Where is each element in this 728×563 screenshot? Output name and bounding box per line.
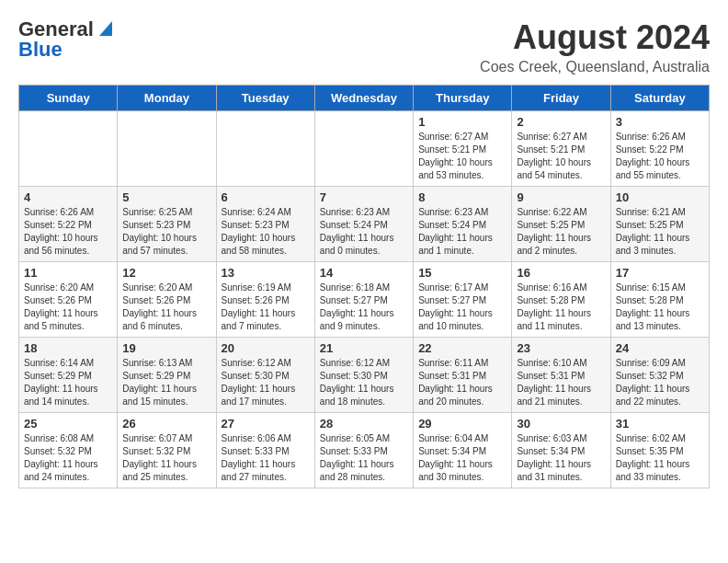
- day-info: Sunrise: 6:12 AM Sunset: 5:30 PM Dayligh…: [320, 357, 408, 408]
- day-number: 27: [222, 417, 310, 431]
- calendar-cell: 19Sunrise: 6:13 AM Sunset: 5:29 PM Dayli…: [118, 338, 216, 413]
- day-number: 23: [517, 341, 605, 355]
- calendar-cell: [19, 111, 118, 187]
- day-number: 22: [418, 341, 506, 355]
- day-info: Sunrise: 6:02 AM Sunset: 5:35 PM Dayligh…: [616, 432, 704, 484]
- day-number: 14: [320, 266, 408, 280]
- day-number: 5: [122, 190, 210, 204]
- calendar-cell: 2Sunrise: 6:27 AM Sunset: 5:21 PM Daylig…: [512, 111, 610, 187]
- title-block: August 2024 Coes Creek, Queensland, Aust…: [480, 18, 710, 75]
- day-info: Sunrise: 6:13 AM Sunset: 5:29 PM Dayligh…: [122, 357, 210, 408]
- day-number: 25: [24, 417, 112, 431]
- calendar-cell: 22Sunrise: 6:11 AM Sunset: 5:31 PM Dayli…: [414, 338, 512, 413]
- day-number: 11: [24, 266, 112, 280]
- weekday-header-monday: Monday: [118, 86, 216, 111]
- calendar-cell: 18Sunrise: 6:14 AM Sunset: 5:29 PM Dayli…: [19, 338, 118, 413]
- location-title: Coes Creek, Queensland, Australia: [480, 59, 710, 75]
- day-info: Sunrise: 6:04 AM Sunset: 5:34 PM Dayligh…: [418, 432, 506, 484]
- day-info: Sunrise: 6:22 AM Sunset: 5:25 PM Dayligh…: [517, 206, 605, 258]
- weekday-header-saturday: Saturday: [610, 86, 709, 111]
- day-number: 30: [517, 417, 605, 431]
- day-info: Sunrise: 6:08 AM Sunset: 5:32 PM Dayligh…: [24, 432, 112, 484]
- logo-arrow-icon: [96, 17, 116, 38]
- day-number: 17: [616, 266, 704, 280]
- day-number: 4: [24, 190, 112, 204]
- day-number: 19: [122, 341, 210, 355]
- day-number: 29: [418, 417, 506, 431]
- weekday-header-row: SundayMondayTuesdayWednesdayThursdayFrid…: [19, 86, 710, 111]
- day-number: 18: [24, 341, 112, 355]
- calendar-cell: 23Sunrise: 6:10 AM Sunset: 5:31 PM Dayli…: [512, 338, 610, 413]
- day-info: Sunrise: 6:10 AM Sunset: 5:31 PM Dayligh…: [517, 357, 605, 408]
- calendar-cell: 17Sunrise: 6:15 AM Sunset: 5:28 PM Dayli…: [610, 262, 709, 338]
- day-number: 31: [616, 417, 704, 431]
- day-info: Sunrise: 6:27 AM Sunset: 5:21 PM Dayligh…: [418, 131, 506, 182]
- day-info: Sunrise: 6:21 AM Sunset: 5:25 PM Dayligh…: [616, 206, 704, 258]
- calendar-cell: [314, 111, 413, 187]
- calendar-cell: 9Sunrise: 6:22 AM Sunset: 5:25 PM Daylig…: [512, 187, 610, 262]
- day-number: 9: [517, 190, 605, 204]
- day-info: Sunrise: 6:03 AM Sunset: 5:34 PM Dayligh…: [517, 432, 605, 484]
- day-info: Sunrise: 6:12 AM Sunset: 5:30 PM Dayligh…: [222, 357, 310, 408]
- day-info: Sunrise: 6:26 AM Sunset: 5:22 PM Dayligh…: [24, 206, 112, 258]
- day-info: Sunrise: 6:09 AM Sunset: 5:32 PM Dayligh…: [616, 357, 704, 408]
- day-info: Sunrise: 6:15 AM Sunset: 5:28 PM Dayligh…: [616, 282, 704, 333]
- logo-blue: Blue: [18, 39, 63, 61]
- weekday-header-wednesday: Wednesday: [314, 86, 413, 111]
- day-number: 10: [616, 190, 704, 204]
- day-info: Sunrise: 6:27 AM Sunset: 5:21 PM Dayligh…: [517, 131, 605, 182]
- day-info: Sunrise: 6:26 AM Sunset: 5:22 PM Dayligh…: [616, 131, 704, 182]
- day-number: 1: [418, 115, 506, 129]
- calendar-cell: 14Sunrise: 6:18 AM Sunset: 5:27 PM Dayli…: [314, 262, 413, 338]
- day-number: 15: [418, 266, 506, 280]
- calendar-body: 1Sunrise: 6:27 AM Sunset: 5:21 PM Daylig…: [19, 111, 710, 488]
- calendar-cell: 13Sunrise: 6:19 AM Sunset: 5:26 PM Dayli…: [216, 262, 314, 338]
- day-info: Sunrise: 6:20 AM Sunset: 5:26 PM Dayligh…: [24, 282, 112, 333]
- day-number: 26: [122, 417, 210, 431]
- calendar-cell: 29Sunrise: 6:04 AM Sunset: 5:34 PM Dayli…: [414, 413, 512, 488]
- day-info: Sunrise: 6:23 AM Sunset: 5:24 PM Dayligh…: [418, 206, 506, 258]
- calendar-cell: 27Sunrise: 6:06 AM Sunset: 5:33 PM Dayli…: [216, 413, 314, 488]
- day-info: Sunrise: 6:23 AM Sunset: 5:24 PM Dayligh…: [320, 206, 408, 258]
- week-row-4: 18Sunrise: 6:14 AM Sunset: 5:29 PM Dayli…: [19, 338, 710, 413]
- day-number: 16: [517, 266, 605, 280]
- week-row-5: 25Sunrise: 6:08 AM Sunset: 5:32 PM Dayli…: [19, 413, 710, 488]
- day-number: 21: [320, 341, 408, 355]
- day-info: Sunrise: 6:17 AM Sunset: 5:27 PM Dayligh…: [418, 282, 506, 333]
- day-info: Sunrise: 6:07 AM Sunset: 5:32 PM Dayligh…: [122, 432, 210, 484]
- calendar-cell: 11Sunrise: 6:20 AM Sunset: 5:26 PM Dayli…: [19, 262, 118, 338]
- calendar-cell: 30Sunrise: 6:03 AM Sunset: 5:34 PM Dayli…: [512, 413, 610, 488]
- calendar-cell: 6Sunrise: 6:24 AM Sunset: 5:23 PM Daylig…: [216, 187, 314, 262]
- calendar-cell: 8Sunrise: 6:23 AM Sunset: 5:24 PM Daylig…: [414, 187, 512, 262]
- weekday-header-friday: Friday: [512, 86, 610, 111]
- calendar-table: SundayMondayTuesdayWednesdayThursdayFrid…: [18, 85, 710, 488]
- day-number: 8: [418, 190, 506, 204]
- week-row-1: 1Sunrise: 6:27 AM Sunset: 5:21 PM Daylig…: [19, 111, 710, 187]
- day-info: Sunrise: 6:25 AM Sunset: 5:23 PM Dayligh…: [122, 206, 210, 258]
- logo: General Blue: [18, 18, 116, 61]
- day-number: 3: [616, 115, 704, 129]
- day-info: Sunrise: 6:18 AM Sunset: 5:27 PM Dayligh…: [320, 282, 408, 333]
- day-info: Sunrise: 6:05 AM Sunset: 5:33 PM Dayligh…: [320, 432, 408, 484]
- day-number: 7: [320, 190, 408, 204]
- page-header: General Blue August 2024 Coes Creek, Que…: [18, 18, 710, 75]
- weekday-header-tuesday: Tuesday: [216, 86, 314, 111]
- calendar-cell: 28Sunrise: 6:05 AM Sunset: 5:33 PM Dayli…: [314, 413, 413, 488]
- calendar-cell: 12Sunrise: 6:20 AM Sunset: 5:26 PM Dayli…: [118, 262, 216, 338]
- calendar-cell: 24Sunrise: 6:09 AM Sunset: 5:32 PM Dayli…: [610, 338, 709, 413]
- calendar-cell: 3Sunrise: 6:26 AM Sunset: 5:22 PM Daylig…: [610, 111, 709, 187]
- day-info: Sunrise: 6:14 AM Sunset: 5:29 PM Dayligh…: [24, 357, 112, 408]
- day-number: 24: [616, 341, 704, 355]
- calendar-cell: [216, 111, 314, 187]
- calendar-cell: 20Sunrise: 6:12 AM Sunset: 5:30 PM Dayli…: [216, 338, 314, 413]
- calendar-cell: 31Sunrise: 6:02 AM Sunset: 5:35 PM Dayli…: [610, 413, 709, 488]
- day-info: Sunrise: 6:11 AM Sunset: 5:31 PM Dayligh…: [418, 357, 506, 408]
- day-info: Sunrise: 6:20 AM Sunset: 5:26 PM Dayligh…: [122, 282, 210, 333]
- calendar-cell: 16Sunrise: 6:16 AM Sunset: 5:28 PM Dayli…: [512, 262, 610, 338]
- calendar-cell: 15Sunrise: 6:17 AM Sunset: 5:27 PM Dayli…: [414, 262, 512, 338]
- day-info: Sunrise: 6:24 AM Sunset: 5:23 PM Dayligh…: [222, 206, 310, 258]
- week-row-3: 11Sunrise: 6:20 AM Sunset: 5:26 PM Dayli…: [19, 262, 710, 338]
- day-number: 28: [320, 417, 408, 431]
- weekday-header-thursday: Thursday: [414, 86, 512, 111]
- day-number: 20: [222, 341, 310, 355]
